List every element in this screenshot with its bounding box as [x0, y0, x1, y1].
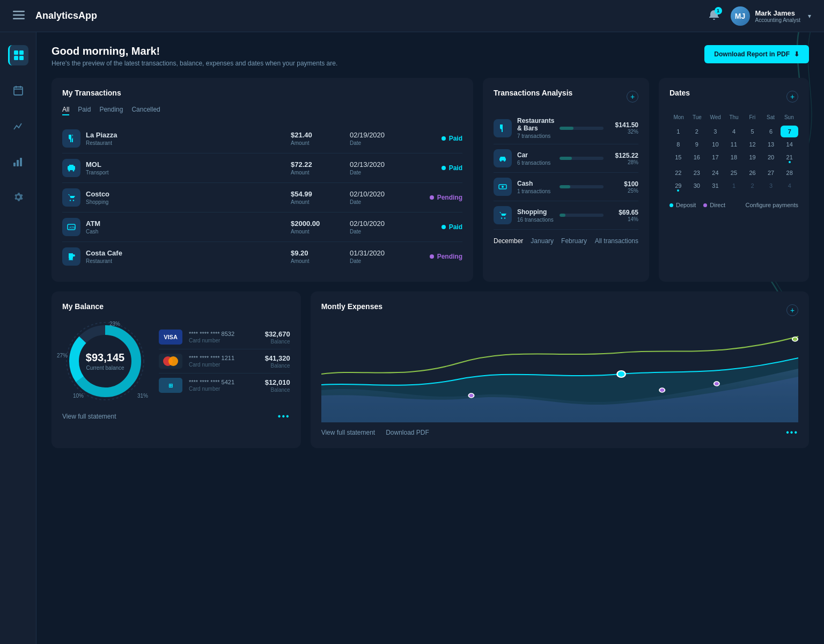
calendar-day[interactable]: 18 [725, 151, 743, 166]
calendar-day[interactable]: 28 [781, 167, 798, 179]
calendar-day[interactable]: 29 [670, 180, 687, 194]
notifications-button[interactable]: 1 [708, 9, 720, 23]
calendar-day[interactable]: 17 [707, 151, 724, 166]
analysis-bar [560, 122, 604, 134]
user-role: Accounting Analyst [755, 17, 801, 23]
expenses-add-button[interactable]: + [786, 304, 798, 316]
calendar-day[interactable]: 3 [762, 180, 780, 194]
calendar-day[interactable]: 9 [688, 138, 706, 150]
period-february[interactable]: February [561, 237, 587, 245]
sidebar-item-dashboard[interactable] [8, 45, 28, 65]
dates-add-button[interactable]: + [786, 91, 798, 103]
filter-cancelled[interactable]: Cancelled [131, 105, 160, 115]
svg-rect-6 [19, 56, 24, 60]
balance-card: My Balance $93,145 [52, 291, 301, 448]
calendar-day[interactable]: 4 [725, 126, 743, 137]
svg-point-18 [70, 200, 71, 201]
configure-payments-link[interactable]: Configure payments [746, 202, 798, 208]
all-transactions-link[interactable]: All transactions [595, 237, 638, 245]
balance-label: Current balance [86, 365, 124, 371]
user-menu[interactable]: MJ Mark James Accounting Analyst ▾ [731, 6, 812, 26]
avatar: MJ [731, 6, 750, 26]
calendar-day[interactable]: 23 [688, 167, 706, 179]
calendar-day[interactable]: 13 [762, 138, 780, 150]
calendar-day[interactable]: 5 [744, 126, 761, 137]
calendar-day[interactable]: 1 [725, 180, 743, 194]
svg-point-27 [501, 217, 502, 218]
download-report-button[interactable]: Download Report in PDF ⬇ [704, 45, 809, 63]
sidebar-item-analytics[interactable] [8, 116, 28, 136]
calendar-day[interactable]: 15 [670, 151, 687, 166]
list-item: Restaurants & Bars 7 transactions $141.5… [494, 112, 638, 144]
calendar-day[interactable]: 22 [670, 167, 687, 179]
app-title: AnalyticsApp [35, 10, 97, 21]
analysis-add-button[interactable]: + [627, 91, 638, 103]
table-row: Costco Shopping $54.99 Amount 02/10/2020… [62, 183, 462, 213]
view-full-statement-link[interactable]: View full statement [321, 429, 376, 436]
calendar-day[interactable]: 14 [781, 138, 798, 150]
calendar-day[interactable]: 21 [781, 151, 798, 166]
calendar-day[interactable]: 26 [744, 167, 761, 179]
segment-10: 10% [73, 393, 84, 399]
topnav-right: 1 MJ Mark James Accounting Analyst ▾ [708, 6, 812, 26]
calendar-day[interactable]: 30 [688, 180, 706, 194]
sidebar-item-calendar[interactable] [8, 80, 28, 101]
sidebar-item-settings[interactable] [8, 187, 28, 207]
segment-31: 31% [137, 393, 148, 399]
expenses-more-button[interactable]: ••• [786, 428, 798, 437]
svg-point-19 [73, 200, 74, 201]
calendar-day[interactable]: 3 [707, 126, 724, 137]
filter-pending[interactable]: Pending [99, 105, 123, 115]
filter-all[interactable]: All [62, 105, 69, 115]
period-january[interactable]: January [531, 237, 554, 245]
calendar-day[interactable]: 19 [744, 151, 761, 166]
period-december[interactable]: December [494, 237, 523, 245]
calendar-day[interactable]: 2 [744, 180, 761, 194]
view-statement-link[interactable]: View full statement [62, 413, 116, 420]
transactions-title: My Transactions [62, 89, 462, 97]
calendar-day[interactable]: 1 [670, 126, 687, 137]
greeting-subtitle: Here's the preview of the latest transac… [52, 60, 337, 67]
status-dot [442, 136, 446, 141]
calendar-day[interactable]: 4 [781, 180, 798, 194]
tx-amount-col: $9.20 Amount [291, 249, 350, 264]
calendar-day[interactable]: 16 [688, 151, 706, 166]
calendar-day[interactable]: 7 [781, 126, 798, 137]
svg-rect-0 [13, 11, 25, 12]
user-dropdown-icon: ▾ [808, 12, 811, 20]
status-badge: Paid [420, 223, 462, 231]
menu-toggle[interactable] [13, 11, 25, 21]
tx-info: MOL Transport [86, 160, 291, 175]
download-pdf-link[interactable]: Download PDF [386, 429, 429, 436]
calendar-day[interactable]: 10 [707, 138, 724, 150]
cash-icon [494, 178, 512, 196]
svg-rect-12 [17, 160, 19, 166]
calendar-grid: 1234567891011121314151617181920212223242… [670, 126, 798, 194]
calendar-day[interactable]: 8 [670, 138, 687, 150]
status-dot [430, 195, 434, 200]
sidebar-item-reports[interactable] [8, 151, 28, 172]
calendar-day[interactable]: 24 [707, 167, 724, 179]
tx-amount-col: $54.99 Amount [291, 190, 350, 205]
restaurant-icon [62, 129, 80, 148]
balance-more-button[interactable]: ••• [278, 412, 290, 421]
svg-point-28 [504, 217, 505, 218]
svg-text:ATM: ATM [69, 226, 76, 229]
direct-legend: Direct [703, 202, 725, 208]
list-item: **** **** **** 1211 Card number $41,320 … [159, 349, 290, 374]
calendar-day[interactable]: 31 [707, 180, 724, 194]
other-card-logo: ⊞ [159, 378, 182, 393]
expenses-card: Montly Expenses + [311, 291, 809, 448]
calendar-day[interactable]: 20 [762, 151, 780, 166]
calendar-day[interactable]: 12 [744, 138, 761, 150]
calendar-day[interactable]: 27 [762, 167, 780, 179]
calendar-day[interactable]: 11 [725, 138, 743, 150]
status-badge: Pending [420, 253, 462, 260]
svg-rect-13 [20, 158, 22, 166]
tx-date-col: 01/31/2020 Date [350, 249, 420, 264]
filter-paid[interactable]: Paid [78, 105, 91, 115]
mastercard-logo [159, 354, 182, 369]
calendar-day[interactable]: 25 [725, 167, 743, 179]
calendar-day[interactable]: 2 [688, 126, 706, 137]
calendar-day[interactable]: 6 [762, 126, 780, 137]
